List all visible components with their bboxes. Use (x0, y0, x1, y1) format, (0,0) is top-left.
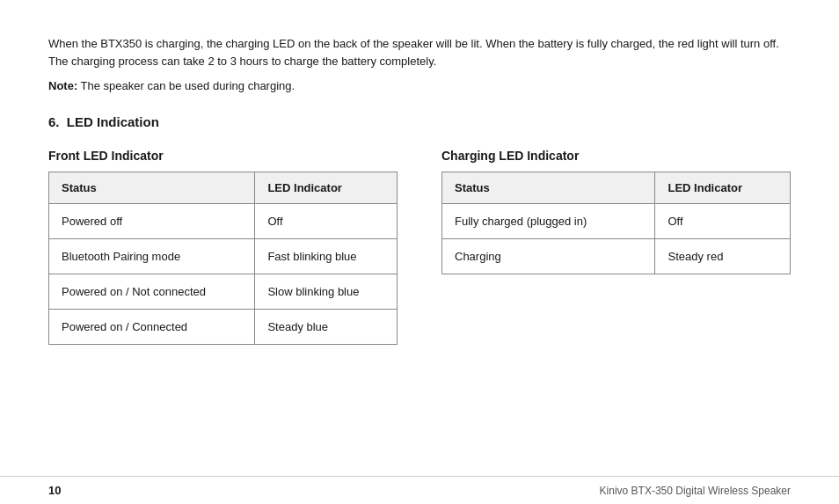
status-cell: Charging (442, 239, 655, 274)
charging-col1-header: Status (442, 172, 655, 204)
page-content: When the BTX350 is charging, the chargin… (0, 0, 839, 380)
note-line: Note: The speaker can be used during cha… (48, 77, 791, 95)
table-row: Fully charged (plugged in)Off (442, 204, 791, 239)
front-led-section: Front LED Indicator Status LED Indicator… (48, 149, 398, 345)
note-label: Note: (48, 79, 77, 92)
table-row: Bluetooth Pairing modeFast blinking blue (49, 239, 398, 274)
indicator-cell: Steady red (655, 239, 791, 274)
status-cell: Fully charged (plugged in) (442, 204, 655, 239)
table-row: Powered offOff (49, 204, 398, 239)
table-row: ChargingSteady red (442, 239, 791, 274)
indicator-cell: Slow blinking blue (255, 274, 398, 310)
page-footer: 10 Kinivo BTX-350 Digital Wireless Speak… (0, 476, 839, 504)
section-heading: 6. LED Indication (48, 114, 791, 129)
intro-paragraph: When the BTX350 is charging, the chargin… (48, 35, 791, 70)
status-cell: Bluetooth Pairing mode (49, 239, 255, 274)
brand-name: Kinivo BTX-350 Digital Wireless Speaker (600, 485, 791, 497)
charging-led-section: Charging LED Indicator Status LED Indica… (441, 149, 791, 274)
status-cell: Powered on / Connected (49, 310, 255, 345)
front-led-heading: Front LED Indicator (48, 149, 398, 163)
table-row: Powered on / ConnectedSteady blue (49, 310, 398, 345)
charging-col2-header: LED Indicator (655, 172, 791, 204)
note-body: The speaker can be used during charging. (77, 79, 295, 92)
page-number: 10 (48, 484, 61, 497)
table-row: Powered on / Not connectedSlow blinking … (49, 274, 398, 310)
charging-led-table: Status LED Indicator Fully charged (plug… (441, 172, 791, 274)
tables-container: Front LED Indicator Status LED Indicator… (48, 149, 791, 345)
charging-led-heading: Charging LED Indicator (441, 149, 791, 163)
front-col2-header: LED Indicator (255, 172, 398, 204)
indicator-cell: Off (255, 204, 398, 239)
front-led-table: Status LED Indicator Powered offOffBluet… (48, 172, 398, 345)
status-cell: Powered off (49, 204, 255, 239)
front-col1-header: Status (49, 172, 255, 204)
indicator-cell: Off (655, 204, 791, 239)
indicator-cell: Steady blue (255, 310, 398, 345)
indicator-cell: Fast blinking blue (255, 239, 398, 274)
status-cell: Powered on / Not connected (49, 274, 255, 310)
